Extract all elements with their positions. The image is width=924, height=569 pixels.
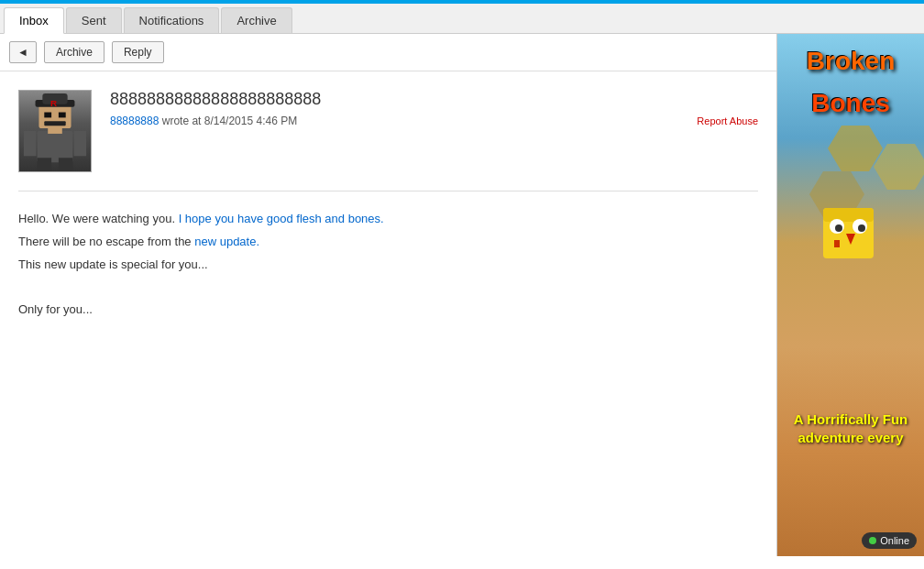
tab-inbox[interactable]: Inbox bbox=[4, 7, 64, 34]
online-dot bbox=[869, 537, 876, 544]
svg-rect-22 bbox=[834, 240, 840, 247]
svg-point-20 bbox=[835, 224, 842, 232]
message-meta: 88888888 wrote at 8/14/2015 4:46 PM Repo… bbox=[110, 115, 758, 127]
divider bbox=[18, 191, 758, 191]
message-area: R 88888888888888888888888 bbox=[0, 71, 776, 351]
toolbar: ◄ Archive Reply bbox=[0, 34, 776, 71]
back-button[interactable]: ◄ bbox=[9, 41, 37, 63]
ad-sidebar: Broken Bones A bbox=[777, 34, 924, 556]
body-line-2: There will be no escape from the new upd… bbox=[18, 233, 758, 252]
ad-title-bones: Bones bbox=[777, 89, 924, 118]
svg-rect-17 bbox=[823, 208, 874, 222]
body-line-1-pre: Hello. We were watching you. bbox=[18, 212, 175, 225]
tab-bar: Inbox Sent Notifications Archive bbox=[0, 4, 924, 34]
message-info: 88888888888888888888888 88888888 wrote a… bbox=[110, 90, 758, 127]
message-body: Hello. We were watching you. I hope you … bbox=[18, 201, 758, 333]
sent-at: wrote at 8/14/2015 4:46 PM bbox=[162, 115, 297, 127]
avatar-container: R bbox=[18, 90, 92, 172]
svg-text:R: R bbox=[50, 98, 57, 108]
svg-point-21 bbox=[858, 224, 865, 232]
svg-rect-10 bbox=[44, 113, 51, 118]
archive-button[interactable]: Archive bbox=[44, 41, 104, 63]
body-line-2-pre: There will be no escape from the bbox=[18, 235, 192, 248]
avatar: R bbox=[18, 90, 92, 172]
report-abuse-link[interactable]: Report Abuse bbox=[697, 115, 758, 126]
ad-decoration bbox=[777, 116, 924, 300]
body-line-1: Hello. We were watching you. I hope you … bbox=[18, 210, 758, 229]
ad-title-broken: Broken bbox=[777, 48, 924, 76]
svg-rect-1 bbox=[38, 158, 52, 171]
tab-archive[interactable]: Archive bbox=[221, 7, 292, 33]
main-layout: ◄ Archive Reply bbox=[0, 34, 924, 556]
sender-link[interactable]: 88888888 bbox=[110, 115, 159, 127]
body-line-4 bbox=[18, 278, 758, 297]
ad-content[interactable]: Broken Bones A bbox=[777, 34, 924, 556]
sender-info: 88888888 wrote at 8/14/2015 4:46 PM bbox=[110, 115, 297, 127]
ad-subtitle: A Horrifically Fun adventure every bbox=[777, 410, 924, 446]
body-line-5: Only for you... bbox=[18, 301, 758, 320]
content-area: ◄ Archive Reply bbox=[0, 34, 777, 556]
svg-rect-4 bbox=[73, 131, 86, 156]
body-line-3: This new update is special for you... bbox=[18, 256, 758, 275]
online-label: Online bbox=[880, 535, 909, 546]
svg-rect-12 bbox=[44, 121, 65, 126]
svg-rect-0 bbox=[38, 131, 73, 162]
body-line-1-blue: I hope you have good flesh and bones. bbox=[175, 212, 384, 225]
svg-rect-2 bbox=[59, 158, 73, 171]
tab-notifications[interactable]: Notifications bbox=[124, 7, 220, 33]
message-title: 88888888888888888888888 bbox=[110, 90, 758, 109]
online-badge: Online bbox=[862, 532, 917, 549]
tab-sent[interactable]: Sent bbox=[66, 7, 122, 33]
body-line-2-blue: new update. bbox=[192, 235, 259, 248]
svg-marker-13 bbox=[828, 126, 883, 171]
svg-rect-3 bbox=[24, 131, 37, 156]
svg-rect-11 bbox=[59, 113, 66, 118]
message-header: R 88888888888888888888888 bbox=[18, 90, 758, 172]
reply-button[interactable]: Reply bbox=[112, 41, 164, 63]
